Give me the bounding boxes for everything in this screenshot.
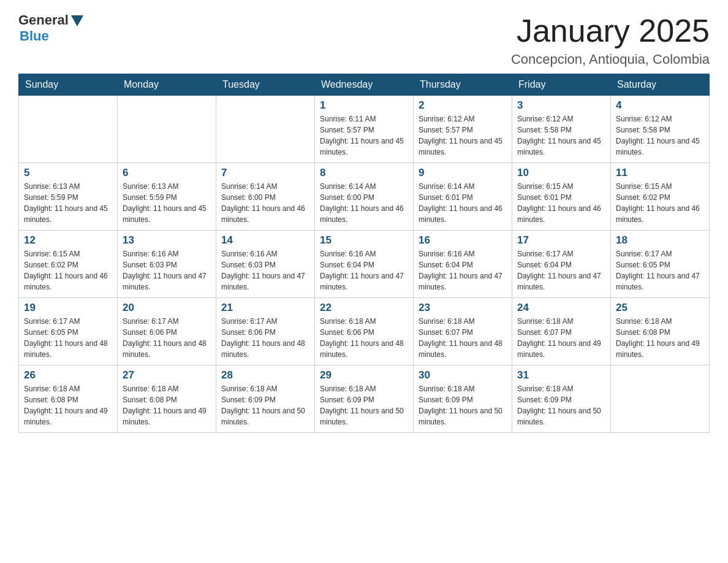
- day-info: Sunrise: 6:16 AM Sunset: 6:03 PM Dayligh…: [221, 248, 309, 293]
- calendar-cell: 8Sunrise: 6:14 AM Sunset: 6:00 PM Daylig…: [315, 163, 414, 231]
- page-header: General Blue January 2025 Concepcion, An…: [18, 12, 710, 67]
- day-number: 14: [221, 234, 309, 247]
- day-number: 25: [616, 302, 704, 314]
- day-number: 15: [320, 234, 408, 247]
- calendar-cell: 28Sunrise: 6:18 AM Sunset: 6:09 PM Dayli…: [216, 366, 315, 433]
- day-number: 26: [24, 369, 112, 381]
- day-number: 17: [517, 234, 605, 247]
- day-number: 11: [616, 167, 704, 179]
- calendar-cell: 26Sunrise: 6:18 AM Sunset: 6:08 PM Dayli…: [19, 366, 118, 433]
- weekday-header-friday: Friday: [512, 74, 611, 96]
- week-row-2: 5Sunrise: 6:13 AM Sunset: 5:59 PM Daylig…: [19, 163, 710, 231]
- day-info: Sunrise: 6:14 AM Sunset: 6:00 PM Dayligh…: [320, 181, 408, 225]
- day-info: Sunrise: 6:18 AM Sunset: 6:08 PM Dayligh…: [616, 316, 704, 360]
- calendar-cell: 6Sunrise: 6:13 AM Sunset: 5:59 PM Daylig…: [118, 163, 216, 231]
- day-info: Sunrise: 6:17 AM Sunset: 6:06 PM Dayligh…: [221, 316, 309, 360]
- day-info: Sunrise: 6:12 AM Sunset: 5:58 PM Dayligh…: [616, 113, 704, 158]
- week-row-4: 19Sunrise: 6:17 AM Sunset: 6:05 PM Dayli…: [19, 298, 710, 366]
- calendar-table: SundayMondayTuesdayWednesdayThursdayFrid…: [18, 74, 710, 433]
- weekday-header-thursday: Thursday: [414, 74, 512, 96]
- day-info: Sunrise: 6:13 AM Sunset: 5:59 PM Dayligh…: [123, 181, 211, 225]
- week-row-3: 12Sunrise: 6:15 AM Sunset: 6:02 PM Dayli…: [19, 231, 710, 298]
- day-number: 29: [320, 369, 408, 381]
- day-info: Sunrise: 6:17 AM Sunset: 6:06 PM Dayligh…: [123, 316, 211, 360]
- day-info: Sunrise: 6:18 AM Sunset: 6:09 PM Dayligh…: [320, 383, 408, 427]
- day-number: 8: [320, 167, 408, 179]
- day-number: 3: [517, 99, 605, 112]
- day-number: 22: [320, 302, 408, 314]
- calendar-cell: 24Sunrise: 6:18 AM Sunset: 6:07 PM Dayli…: [512, 298, 611, 366]
- day-info: Sunrise: 6:18 AM Sunset: 6:07 PM Dayligh…: [517, 316, 605, 360]
- day-info: Sunrise: 6:18 AM Sunset: 6:08 PM Dayligh…: [123, 383, 211, 427]
- day-number: 19: [24, 302, 112, 314]
- logo-triangle-icon: [71, 15, 83, 26]
- day-number: 23: [419, 302, 507, 314]
- weekday-header-saturday: Saturday: [611, 74, 710, 96]
- calendar-cell: 10Sunrise: 6:15 AM Sunset: 6:01 PM Dayli…: [512, 163, 611, 231]
- day-info: Sunrise: 6:17 AM Sunset: 6:05 PM Dayligh…: [24, 316, 112, 360]
- day-info: Sunrise: 6:15 AM Sunset: 6:01 PM Dayligh…: [517, 181, 605, 225]
- day-info: Sunrise: 6:13 AM Sunset: 5:59 PM Dayligh…: [24, 181, 112, 225]
- weekday-header-monday: Monday: [118, 74, 216, 96]
- day-number: 24: [517, 302, 605, 314]
- day-number: 7: [221, 167, 309, 179]
- day-info: Sunrise: 6:11 AM Sunset: 5:57 PM Dayligh…: [320, 113, 408, 158]
- day-info: Sunrise: 6:18 AM Sunset: 6:09 PM Dayligh…: [517, 383, 605, 427]
- calendar-cell: 30Sunrise: 6:18 AM Sunset: 6:09 PM Dayli…: [414, 366, 512, 433]
- calendar-cell: 18Sunrise: 6:17 AM Sunset: 6:05 PM Dayli…: [611, 231, 710, 298]
- week-row-5: 26Sunrise: 6:18 AM Sunset: 6:08 PM Dayli…: [19, 366, 710, 433]
- calendar-cell: 4Sunrise: 6:12 AM Sunset: 5:58 PM Daylig…: [611, 96, 710, 163]
- calendar-cell: 21Sunrise: 6:17 AM Sunset: 6:06 PM Dayli…: [216, 298, 315, 366]
- day-number: 20: [123, 302, 211, 314]
- calendar-cell: 3Sunrise: 6:12 AM Sunset: 5:58 PM Daylig…: [512, 96, 611, 163]
- logo: General Blue: [18, 12, 83, 44]
- calendar-cell: 20Sunrise: 6:17 AM Sunset: 6:06 PM Dayli…: [118, 298, 216, 366]
- calendar-cell: 5Sunrise: 6:13 AM Sunset: 5:59 PM Daylig…: [19, 163, 118, 231]
- calendar-cell: 25Sunrise: 6:18 AM Sunset: 6:08 PM Dayli…: [611, 298, 710, 366]
- day-info: Sunrise: 6:17 AM Sunset: 6:04 PM Dayligh…: [517, 248, 605, 293]
- calendar-cell: 19Sunrise: 6:17 AM Sunset: 6:05 PM Dayli…: [19, 298, 118, 366]
- calendar-cell: 29Sunrise: 6:18 AM Sunset: 6:09 PM Dayli…: [315, 366, 414, 433]
- day-number: 28: [221, 369, 309, 381]
- calendar-cell: 31Sunrise: 6:18 AM Sunset: 6:09 PM Dayli…: [512, 366, 611, 433]
- calendar-cell: 17Sunrise: 6:17 AM Sunset: 6:04 PM Dayli…: [512, 231, 611, 298]
- day-info: Sunrise: 6:14 AM Sunset: 6:01 PM Dayligh…: [419, 181, 507, 225]
- day-number: 30: [419, 369, 507, 381]
- calendar-cell: [118, 96, 216, 163]
- calendar-cell: 14Sunrise: 6:16 AM Sunset: 6:03 PM Dayli…: [216, 231, 315, 298]
- calendar-cell: 15Sunrise: 6:16 AM Sunset: 6:04 PM Dayli…: [315, 231, 414, 298]
- day-number: 9: [419, 167, 507, 179]
- month-title: January 2025: [511, 12, 710, 49]
- day-info: Sunrise: 6:12 AM Sunset: 5:58 PM Dayligh…: [517, 113, 605, 158]
- day-number: 21: [221, 302, 309, 314]
- day-info: Sunrise: 6:18 AM Sunset: 6:07 PM Dayligh…: [419, 316, 507, 360]
- calendar-cell: 1Sunrise: 6:11 AM Sunset: 5:57 PM Daylig…: [315, 96, 414, 163]
- day-info: Sunrise: 6:16 AM Sunset: 6:04 PM Dayligh…: [320, 248, 408, 293]
- calendar-cell: 2Sunrise: 6:12 AM Sunset: 5:57 PM Daylig…: [414, 96, 512, 163]
- day-info: Sunrise: 6:16 AM Sunset: 6:03 PM Dayligh…: [123, 248, 211, 293]
- calendar-cell: 9Sunrise: 6:14 AM Sunset: 6:01 PM Daylig…: [414, 163, 512, 231]
- day-info: Sunrise: 6:18 AM Sunset: 6:09 PM Dayligh…: [419, 383, 507, 427]
- calendar-cell: 11Sunrise: 6:15 AM Sunset: 6:02 PM Dayli…: [611, 163, 710, 231]
- day-info: Sunrise: 6:17 AM Sunset: 6:05 PM Dayligh…: [616, 248, 704, 293]
- calendar-cell: 7Sunrise: 6:14 AM Sunset: 6:00 PM Daylig…: [216, 163, 315, 231]
- calendar-cell: 12Sunrise: 6:15 AM Sunset: 6:02 PM Dayli…: [19, 231, 118, 298]
- weekday-header-sunday: Sunday: [19, 74, 118, 96]
- day-number: 18: [616, 234, 704, 247]
- day-number: 2: [419, 99, 507, 112]
- day-info: Sunrise: 6:18 AM Sunset: 6:06 PM Dayligh…: [320, 316, 408, 360]
- day-number: 1: [320, 99, 408, 112]
- day-info: Sunrise: 6:14 AM Sunset: 6:00 PM Dayligh…: [221, 181, 309, 225]
- day-number: 12: [24, 234, 112, 247]
- day-info: Sunrise: 6:12 AM Sunset: 5:57 PM Dayligh…: [419, 113, 507, 158]
- day-number: 16: [419, 234, 507, 247]
- day-info: Sunrise: 6:16 AM Sunset: 6:04 PM Dayligh…: [419, 248, 507, 293]
- calendar-cell: 13Sunrise: 6:16 AM Sunset: 6:03 PM Dayli…: [118, 231, 216, 298]
- day-info: Sunrise: 6:18 AM Sunset: 6:08 PM Dayligh…: [24, 383, 112, 427]
- day-number: 27: [123, 369, 211, 381]
- day-number: 6: [123, 167, 211, 179]
- day-number: 13: [123, 234, 211, 247]
- week-row-1: 1Sunrise: 6:11 AM Sunset: 5:57 PM Daylig…: [19, 96, 710, 163]
- calendar-cell: 22Sunrise: 6:18 AM Sunset: 6:06 PM Dayli…: [315, 298, 414, 366]
- calendar-cell: 23Sunrise: 6:18 AM Sunset: 6:07 PM Dayli…: [414, 298, 512, 366]
